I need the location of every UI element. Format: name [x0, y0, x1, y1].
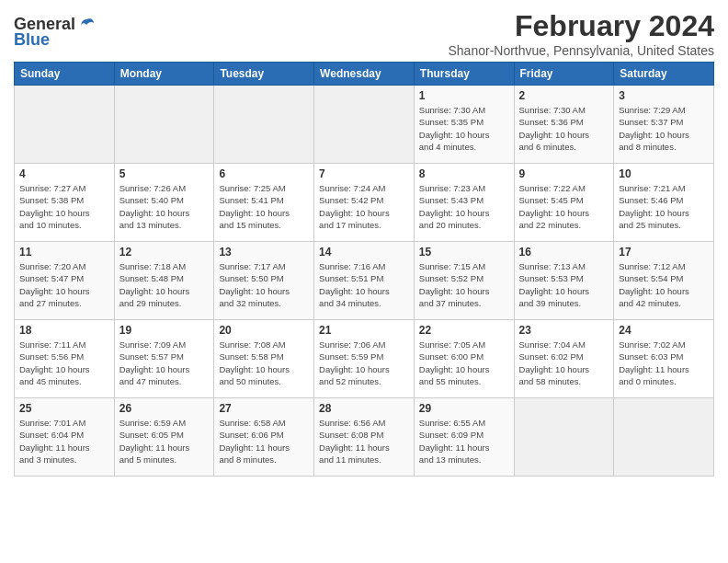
- calendar-header-monday: Monday: [114, 63, 214, 86]
- day-info: Sunrise: 7:30 AM Sunset: 5:36 PM Dayligh…: [519, 104, 609, 153]
- day-info: Sunrise: 7:17 AM Sunset: 5:50 PM Dayligh…: [219, 260, 309, 309]
- day-info: Sunrise: 7:24 AM Sunset: 5:42 PM Dayligh…: [319, 182, 409, 231]
- calendar-week-row: 11Sunrise: 7:20 AM Sunset: 5:47 PM Dayli…: [15, 242, 714, 320]
- calendar-week-row: 1Sunrise: 7:30 AM Sunset: 5:35 PM Daylig…: [15, 86, 714, 164]
- calendar-cell: 8Sunrise: 7:23 AM Sunset: 5:43 PM Daylig…: [414, 164, 514, 242]
- day-info: Sunrise: 7:18 AM Sunset: 5:48 PM Dayligh…: [119, 260, 210, 309]
- calendar-cell: [314, 86, 415, 164]
- day-info: Sunrise: 7:29 AM Sunset: 5:37 PM Dayligh…: [619, 104, 709, 153]
- day-number: 28: [319, 402, 409, 415]
- calendar-cell: 20Sunrise: 7:08 AM Sunset: 5:58 PM Dayli…: [214, 320, 314, 398]
- calendar-cell: 18Sunrise: 7:11 AM Sunset: 5:56 PM Dayli…: [15, 320, 115, 398]
- day-info: Sunrise: 6:58 AM Sunset: 6:06 PM Dayligh…: [219, 417, 309, 465]
- calendar-header-wednesday: Wednesday: [314, 63, 415, 86]
- day-info: Sunrise: 7:13 AM Sunset: 5:53 PM Dayligh…: [519, 260, 609, 309]
- calendar-header-saturday: Saturday: [614, 63, 714, 86]
- day-number: 21: [319, 324, 409, 337]
- calendar-cell: 2Sunrise: 7:30 AM Sunset: 5:36 PM Daylig…: [514, 86, 614, 164]
- calendar-cell: 17Sunrise: 7:12 AM Sunset: 5:54 PM Dayli…: [614, 242, 714, 320]
- calendar-cell: 29Sunrise: 6:55 AM Sunset: 6:09 PM Dayli…: [414, 398, 514, 477]
- calendar-header-thursday: Thursday: [414, 63, 514, 86]
- calendar-cell: 27Sunrise: 6:58 AM Sunset: 6:06 PM Dayli…: [214, 398, 314, 477]
- calendar-cell: 6Sunrise: 7:25 AM Sunset: 5:41 PM Daylig…: [214, 164, 314, 242]
- logo-bird-icon: [77, 16, 96, 34]
- day-info: Sunrise: 7:22 AM Sunset: 5:45 PM Dayligh…: [519, 182, 609, 231]
- calendar-header-row: SundayMondayTuesdayWednesdayThursdayFrid…: [15, 63, 714, 86]
- day-info: Sunrise: 7:12 AM Sunset: 5:54 PM Dayligh…: [619, 260, 709, 309]
- calendar-cell: 21Sunrise: 7:06 AM Sunset: 5:59 PM Dayli…: [314, 320, 415, 398]
- title-area: February 2024 Shanor-Northvue, Pennsylva…: [449, 9, 715, 58]
- calendar-cell: 28Sunrise: 6:56 AM Sunset: 6:08 PM Dayli…: [314, 398, 415, 477]
- day-info: Sunrise: 7:15 AM Sunset: 5:52 PM Dayligh…: [419, 260, 509, 309]
- calendar-cell: 9Sunrise: 7:22 AM Sunset: 5:45 PM Daylig…: [514, 164, 614, 242]
- day-number: 12: [119, 246, 210, 259]
- day-number: 3: [619, 89, 709, 102]
- month-year-title: February 2024: [449, 9, 715, 43]
- calendar-week-row: 18Sunrise: 7:11 AM Sunset: 5:56 PM Dayli…: [15, 320, 714, 398]
- day-info: Sunrise: 7:11 AM Sunset: 5:56 PM Dayligh…: [19, 339, 109, 387]
- day-number: 18: [19, 324, 109, 337]
- logo: General Blue: [14, 15, 96, 50]
- day-info: Sunrise: 7:05 AM Sunset: 6:00 PM Dayligh…: [419, 339, 509, 387]
- calendar-header-sunday: Sunday: [15, 63, 115, 86]
- day-info: Sunrise: 6:59 AM Sunset: 6:05 PM Dayligh…: [119, 417, 210, 465]
- calendar-cell: 24Sunrise: 7:02 AM Sunset: 6:03 PM Dayli…: [614, 320, 714, 398]
- calendar-cell: 12Sunrise: 7:18 AM Sunset: 5:48 PM Dayli…: [114, 242, 214, 320]
- day-number: 9: [519, 167, 609, 180]
- calendar-cell: 19Sunrise: 7:09 AM Sunset: 5:57 PM Dayli…: [114, 320, 214, 398]
- day-number: 5: [119, 167, 210, 180]
- day-number: 23: [519, 324, 609, 337]
- day-number: 4: [19, 167, 109, 180]
- day-number: 26: [119, 402, 210, 415]
- calendar-cell: 3Sunrise: 7:29 AM Sunset: 5:37 PM Daylig…: [614, 86, 714, 164]
- calendar-table: SundayMondayTuesdayWednesdayThursdayFrid…: [14, 62, 714, 477]
- day-info: Sunrise: 7:26 AM Sunset: 5:40 PM Dayligh…: [119, 182, 210, 231]
- calendar-cell: [514, 398, 614, 477]
- day-info: Sunrise: 7:16 AM Sunset: 5:51 PM Dayligh…: [319, 260, 409, 309]
- day-info: Sunrise: 7:09 AM Sunset: 5:57 PM Dayligh…: [119, 339, 210, 387]
- day-number: 11: [19, 246, 109, 259]
- calendar-cell: 7Sunrise: 7:24 AM Sunset: 5:42 PM Daylig…: [314, 164, 415, 242]
- location-subtitle: Shanor-Northvue, Pennsylvania, United St…: [449, 43, 715, 58]
- calendar-cell: 4Sunrise: 7:27 AM Sunset: 5:38 PM Daylig…: [15, 164, 115, 242]
- day-info: Sunrise: 6:56 AM Sunset: 6:08 PM Dayligh…: [319, 417, 409, 465]
- day-info: Sunrise: 7:04 AM Sunset: 6:02 PM Dayligh…: [519, 339, 609, 387]
- day-number: 22: [419, 324, 509, 337]
- calendar-header-friday: Friday: [514, 63, 614, 86]
- calendar-cell: 5Sunrise: 7:26 AM Sunset: 5:40 PM Daylig…: [114, 164, 214, 242]
- day-number: 1: [419, 89, 509, 102]
- day-info: Sunrise: 7:08 AM Sunset: 5:58 PM Dayligh…: [219, 339, 309, 387]
- header: General Blue February 2024 Shanor-Northv…: [14, 9, 714, 58]
- day-info: Sunrise: 6:55 AM Sunset: 6:09 PM Dayligh…: [419, 417, 509, 465]
- day-info: Sunrise: 7:20 AM Sunset: 5:47 PM Dayligh…: [19, 260, 109, 309]
- calendar-cell: 15Sunrise: 7:15 AM Sunset: 5:52 PM Dayli…: [414, 242, 514, 320]
- day-number: 10: [619, 167, 709, 180]
- day-number: 14: [319, 246, 409, 259]
- day-info: Sunrise: 7:25 AM Sunset: 5:41 PM Dayligh…: [219, 182, 309, 231]
- calendar-week-row: 4Sunrise: 7:27 AM Sunset: 5:38 PM Daylig…: [15, 164, 714, 242]
- day-number: 8: [419, 167, 509, 180]
- calendar-cell: [15, 86, 115, 164]
- calendar-cell: 10Sunrise: 7:21 AM Sunset: 5:46 PM Dayli…: [614, 164, 714, 242]
- day-number: 24: [619, 324, 709, 337]
- calendar-cell: 22Sunrise: 7:05 AM Sunset: 6:00 PM Dayli…: [414, 320, 514, 398]
- day-number: 29: [419, 402, 509, 415]
- calendar-cell: 25Sunrise: 7:01 AM Sunset: 6:04 PM Dayli…: [15, 398, 115, 477]
- day-number: 7: [319, 167, 409, 180]
- calendar-cell: 13Sunrise: 7:17 AM Sunset: 5:50 PM Dayli…: [214, 242, 314, 320]
- day-info: Sunrise: 7:27 AM Sunset: 5:38 PM Dayligh…: [19, 182, 109, 231]
- calendar-header-tuesday: Tuesday: [214, 63, 314, 86]
- day-info: Sunrise: 7:30 AM Sunset: 5:35 PM Dayligh…: [419, 104, 509, 153]
- day-number: 15: [419, 246, 509, 259]
- calendar-cell: 23Sunrise: 7:04 AM Sunset: 6:02 PM Dayli…: [514, 320, 614, 398]
- day-number: 25: [19, 402, 109, 415]
- calendar-cell: [114, 86, 214, 164]
- calendar-cell: [214, 86, 314, 164]
- day-info: Sunrise: 7:23 AM Sunset: 5:43 PM Dayligh…: [419, 182, 509, 231]
- day-info: Sunrise: 7:06 AM Sunset: 5:59 PM Dayligh…: [319, 339, 409, 387]
- day-number: 27: [219, 402, 309, 415]
- calendar-week-row: 25Sunrise: 7:01 AM Sunset: 6:04 PM Dayli…: [15, 398, 714, 477]
- day-number: 17: [619, 246, 709, 259]
- calendar-cell: 1Sunrise: 7:30 AM Sunset: 5:35 PM Daylig…: [414, 86, 514, 164]
- day-number: 19: [119, 324, 210, 337]
